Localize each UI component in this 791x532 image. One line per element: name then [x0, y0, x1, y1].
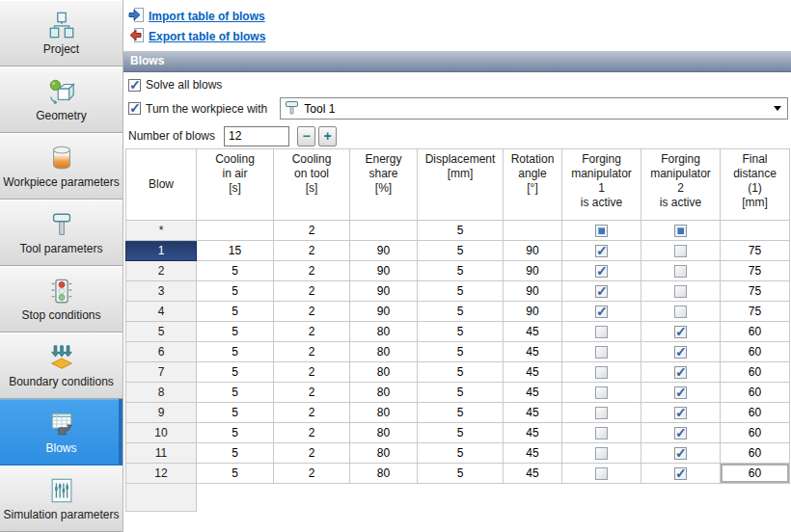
manipulator2-checkbox[interactable]: [674, 265, 687, 278]
solve-all-checkbox[interactable]: [128, 79, 141, 92]
cell-cooling-in-air[interactable]: 5: [197, 464, 274, 484]
cell-energy-share[interactable]: 90: [350, 302, 418, 322]
cell-final-distance[interactable]: [721, 221, 790, 241]
import-link-label[interactable]: Import table of blows: [149, 10, 265, 23]
blow-row-header[interactable]: 12: [126, 464, 197, 484]
sidebar-item-project[interactable]: Project: [0, 0, 123, 66]
cell-manipulator1[interactable]: [562, 423, 641, 443]
blow-row-header[interactable]: 1: [126, 241, 197, 261]
cell-displacement[interactable]: 5: [418, 281, 504, 302]
cell-displacement[interactable]: 5: [418, 443, 504, 464]
cell-manipulator1[interactable]: [562, 443, 641, 464]
cell-energy-share[interactable]: 90: [350, 241, 418, 261]
cell-final-distance[interactable]: 60: [721, 322, 790, 342]
cell-final-distance[interactable]: 60: [721, 383, 790, 403]
cell-rotation-angle[interactable]: 45: [504, 383, 562, 403]
import-table-link[interactable]: Import table of blows: [128, 7, 265, 26]
cell-cooling-in-air[interactable]: 5: [197, 443, 274, 464]
cell-energy-share[interactable]: 80: [350, 464, 418, 484]
manipulator2-checkbox[interactable]: [674, 306, 687, 318]
cell-cooling-on-tool[interactable]: 2: [274, 443, 350, 464]
cell-cooling-in-air[interactable]: 5: [197, 342, 274, 362]
cell-manipulator1[interactable]: [562, 322, 641, 342]
blow-row-header[interactable]: 10: [126, 423, 197, 443]
cell-rotation-angle[interactable]: 90: [504, 261, 562, 281]
manipulator1-checkbox[interactable]: [595, 326, 608, 338]
increment-blows-button[interactable]: +: [318, 126, 337, 146]
decrement-blows-button[interactable]: −: [297, 126, 315, 146]
blow-row-header[interactable]: 4: [126, 302, 197, 322]
manipulator1-checkbox[interactable]: [595, 447, 608, 460]
manipulator2-checkbox[interactable]: [674, 467, 687, 480]
cell-rotation-angle[interactable]: 45: [504, 403, 562, 423]
export-table-link[interactable]: Export table of blows: [128, 27, 265, 46]
cell-cooling-on-tool[interactable]: 2: [274, 302, 350, 322]
manipulator2-checkbox[interactable]: [674, 447, 687, 460]
manipulator2-checkbox[interactable]: [674, 386, 687, 399]
manipulator1-checkbox[interactable]: [595, 265, 608, 278]
manipulator2-checkbox[interactable]: [674, 427, 687, 439]
cell-cooling-in-air[interactable]: 5: [197, 281, 274, 302]
number-of-blows-input[interactable]: [224, 126, 289, 146]
cell-manipulator2[interactable]: [641, 464, 721, 484]
cell-energy-share[interactable]: 80: [350, 322, 418, 342]
blow-row-header[interactable]: 11: [126, 443, 197, 464]
sidebar-item-stop-conditions[interactable]: Stop conditions: [0, 266, 123, 332]
cell-manipulator2[interactable]: [641, 241, 721, 261]
blow-row-header[interactable]: 2: [126, 261, 197, 281]
cell-final-distance[interactable]: 60: [721, 423, 790, 443]
cell-cooling-in-air[interactable]: 5: [197, 302, 274, 322]
new-row-header[interactable]: [126, 484, 197, 512]
cell-final-distance[interactable]: 75: [721, 261, 790, 281]
cell-cooling-in-air[interactable]: 5: [197, 322, 274, 342]
blow-row-header[interactable]: 7: [126, 362, 197, 383]
manipulator1-checkbox[interactable]: [595, 467, 608, 480]
cell-final-distance[interactable]: 75: [721, 302, 790, 322]
turn-workpiece-checkbox[interactable]: [128, 102, 141, 115]
cell-displacement[interactable]: 5: [418, 464, 504, 484]
cell-manipulator2[interactable]: [641, 322, 721, 342]
manipulator2-checkbox[interactable]: [674, 366, 687, 379]
cell-energy-share[interactable]: 80: [350, 423, 418, 443]
cell-final-distance[interactable]: 60: [721, 342, 790, 362]
cell-energy-share[interactable]: 80: [350, 383, 418, 403]
manipulator1-checkbox[interactable]: [595, 285, 608, 298]
sidebar-item-workpiece-parameters[interactable]: Workpiece parameters: [0, 133, 123, 200]
cell-rotation-angle[interactable]: 45: [504, 443, 562, 464]
blow-row-header[interactable]: 6: [126, 342, 197, 362]
manipulator2-checkbox[interactable]: [674, 245, 687, 257]
cell-displacement[interactable]: 5: [418, 342, 504, 362]
cell-cooling-in-air[interactable]: [197, 221, 274, 241]
cell-manipulator1[interactable]: [562, 403, 641, 423]
cell-displacement[interactable]: 5: [418, 302, 504, 322]
cell-cooling-on-tool[interactable]: 2: [274, 281, 350, 302]
cell-cooling-on-tool[interactable]: 2: [274, 423, 350, 443]
sidebar-item-tool-parameters[interactable]: Tool parameters: [0, 200, 123, 266]
blow-row-header[interactable]: 5: [126, 322, 197, 342]
cell-displacement[interactable]: 5: [418, 261, 504, 281]
manipulator1-checkbox[interactable]: [595, 366, 608, 379]
cell-cooling-in-air[interactable]: 5: [197, 383, 274, 403]
cell-cooling-in-air[interactable]: 5: [197, 362, 274, 383]
manipulator1-checkbox[interactable]: [595, 407, 608, 419]
cell-cooling-in-air[interactable]: 5: [197, 403, 274, 423]
cell-cooling-on-tool[interactable]: 2: [274, 241, 350, 261]
sidebar-item-boundary-conditions[interactable]: Boundary conditions: [0, 332, 123, 399]
sidebar-item-geometry[interactable]: Geometry: [0, 66, 123, 133]
manipulator2-checkbox[interactable]: [674, 346, 687, 359]
cell-manipulator2[interactable]: [641, 281, 721, 302]
blow-row-header[interactable]: 8: [126, 383, 197, 403]
export-link-label[interactable]: Export table of blows: [149, 30, 265, 43]
cell-final-distance[interactable]: 60: [721, 443, 790, 464]
cell-cooling-on-tool[interactable]: 2: [274, 261, 350, 281]
manipulator1-checkbox[interactable]: [595, 427, 608, 439]
cell-manipulator2[interactable]: [641, 403, 721, 423]
cell-rotation-angle[interactable]: 45: [504, 423, 562, 443]
cell-manipulator1[interactable]: [562, 241, 641, 261]
cell-manipulator1[interactable]: [562, 302, 641, 322]
manipulator2-checkbox[interactable]: [674, 407, 687, 419]
cell-displacement[interactable]: 5: [418, 383, 504, 403]
cell-rotation-angle[interactable]: 45: [504, 464, 562, 484]
cell-manipulator2[interactable]: [641, 443, 721, 464]
cell-final-distance[interactable]: 60: [721, 362, 790, 383]
